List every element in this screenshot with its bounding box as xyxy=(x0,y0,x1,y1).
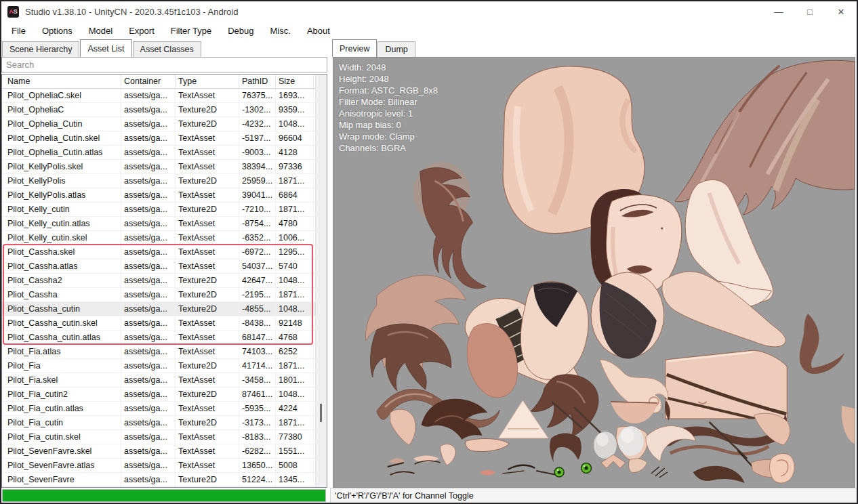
cell-size: 4224 xyxy=(276,402,314,415)
cell-path_id: 68147... xyxy=(239,331,276,344)
cell-container: assets/ga... xyxy=(121,131,176,145)
table-row[interactable]: Pliot_Casshaassets/ga...Texture2D-2195..… xyxy=(2,288,327,302)
cell-size: 1871... xyxy=(276,174,314,188)
minimize-button[interactable]: — xyxy=(763,1,794,22)
cell-type: TextAsset xyxy=(176,188,239,202)
cell-container: assets/ga... xyxy=(121,117,176,131)
cell-type: Texture2D xyxy=(176,117,239,131)
table-row[interactable]: Pliot_Cassha_cutinassets/ga...Texture2D-… xyxy=(2,302,327,316)
cell-type: TextAsset xyxy=(176,459,239,472)
table-row[interactable]: Pilot_KellyPolisassets/ga...Texture2D259… xyxy=(2,174,327,188)
asset-table: NameContainerTypePathIDSize Pilot_Opheli… xyxy=(1,74,327,488)
cell-container: assets/ga... xyxy=(121,302,176,316)
table-row[interactable]: Pilot_Fia_cutin.atlasassets/ga...TextAss… xyxy=(2,402,327,416)
menu-about[interactable]: About xyxy=(299,23,338,39)
cell-size: 96604 xyxy=(276,131,314,145)
table-row[interactable]: Pilot_KellyPolis.atlasassets/ga...TextAs… xyxy=(2,188,327,203)
table-row[interactable]: Pilot_SevenFavre.atlasassets/ga...TextAs… xyxy=(2,459,327,473)
cell-type: TextAsset xyxy=(176,131,239,145)
cell-type: Texture2D xyxy=(176,416,239,429)
cell-container: assets/ga... xyxy=(121,174,176,188)
app-logo-icon: AS xyxy=(7,6,19,18)
menu-options[interactable]: Options xyxy=(34,23,81,39)
cell-type: TextAsset xyxy=(176,146,239,159)
app-logo-letter-s: S xyxy=(14,8,18,15)
table-row[interactable]: Pilot_Fia_cutin.skelassets/ga...TextAsse… xyxy=(2,430,327,444)
cell-path_id: -5935... xyxy=(239,402,276,415)
table-row[interactable]: Pilot_Fia.skelassets/ga...TextAsset-3458… xyxy=(2,373,327,387)
table-row[interactable]: Pliot_Cassha2assets/ga...Texture2D42647.… xyxy=(2,274,327,288)
cell-name: Pilot_Ophelia_Cutin.skel xyxy=(2,131,121,145)
cell-size: 1006... xyxy=(276,231,314,245)
title-bar[interactable]: AS Studio v1.38.10 - UnityCN - 2020.3.45… xyxy=(1,1,857,22)
menu-filter-type[interactable]: Filter Type xyxy=(163,23,220,39)
column-header-container[interactable]: Container xyxy=(121,75,176,88)
table-row[interactable]: Pilot_Fia_cutinassets/ga...Texture2D-317… xyxy=(2,416,327,430)
column-header-size[interactable]: Size xyxy=(276,75,314,88)
texture-preview-canvas[interactable]: Width: 2048Height: 2048Format: ASTC_RGB_… xyxy=(333,57,855,488)
tab-asset-classes[interactable]: Asset Classes xyxy=(133,41,201,57)
cell-type: Texture2D xyxy=(176,473,239,486)
menu-debug[interactable]: Debug xyxy=(220,23,262,39)
table-row[interactable]: Pilot_Fiaassets/ga...Texture2D41714...18… xyxy=(2,359,327,373)
menu-export[interactable]: Export xyxy=(121,23,163,39)
left-tab-strip: Scene HierarchyAsset ListAsset Classes xyxy=(1,39,327,57)
cell-type: Texture2D xyxy=(176,203,239,216)
table-row[interactable]: Pilot_OpheliaC.skelassets/ga...TextAsset… xyxy=(2,89,327,103)
column-header-pathid[interactable]: PathID xyxy=(239,75,276,88)
table-row[interactable]: Pliot_Cassha.skelassets/ga...TextAsset-6… xyxy=(2,245,327,259)
tab-scene-hierarchy[interactable]: Scene Hierarchy xyxy=(2,41,79,57)
texture-info-line: Filter Mode: Bilinear xyxy=(339,96,438,108)
app-window: AS Studio v1.38.10 - UnityCN - 2020.3.45… xyxy=(1,1,857,503)
cell-type: TextAsset xyxy=(176,231,239,245)
cell-path_id: -2195... xyxy=(239,288,276,301)
table-row[interactable]: Pilot_SevenFavreassets/ga...Texture2D512… xyxy=(2,473,327,487)
cell-name: Pliot_Cassha_cutin.skel xyxy=(2,316,121,330)
table-row[interactable]: Pilot_Kelly_cutin.skelassets/ga...TextAs… xyxy=(2,231,327,245)
tab-preview[interactable]: Preview xyxy=(332,39,377,57)
table-row[interactable]: Pilot_SevenFavre.skelassets/ga...TextAss… xyxy=(2,444,327,459)
table-row[interactable]: Pilot_KellyPolis.skelassets/ga...TextAss… xyxy=(2,160,327,174)
table-row[interactable]: Pilot_Fia_cutin2assets/ga...Texture2D874… xyxy=(2,387,327,402)
cell-path_id: -7210... xyxy=(239,203,276,216)
close-button[interactable]: ✕ xyxy=(825,1,857,22)
table-row[interactable]: Pilot_Kelly_cutin.atlasassets/ga...TextA… xyxy=(2,217,327,231)
cell-name: Pilot_Fia_cutin2 xyxy=(2,387,121,401)
table-row[interactable]: Pilot_Ophelia_Cutinassets/ga...Texture2D… xyxy=(2,117,327,131)
cell-container: assets/ga... xyxy=(121,316,176,330)
search-input[interactable] xyxy=(1,57,327,72)
menu-file[interactable]: File xyxy=(3,23,34,39)
tab-asset-list[interactable]: Asset List xyxy=(80,39,131,57)
texture-info-line: Format: ASTC_RGB_8x8 xyxy=(339,85,438,96)
table-scrollbar-thumb[interactable] xyxy=(320,404,322,422)
table-row[interactable]: Pilot_Fia.atlasassets/ga...TextAsset7410… xyxy=(2,345,327,359)
table-row[interactable]: Pliot_Cassha_cutin.atlasassets/ga...Text… xyxy=(2,331,327,345)
tab-dump[interactable]: Dump xyxy=(377,41,415,57)
cell-size: 1871... xyxy=(276,203,314,216)
cell-type: TextAsset xyxy=(176,245,239,259)
table-row[interactable]: Pilot_OpheliaCassets/ga...Texture2D-1302… xyxy=(2,103,327,117)
maximize-button[interactable]: □ xyxy=(794,1,825,22)
menu-misc[interactable]: Misc. xyxy=(262,23,299,39)
cell-container: assets/ga... xyxy=(121,473,176,486)
column-header-type[interactable]: Type xyxy=(176,75,239,88)
cell-container: assets/ga... xyxy=(121,245,176,259)
status-bar: 'Ctrl'+'R'/'G'/'B'/'A' for Channel Toggl… xyxy=(330,488,857,503)
table-row[interactable]: Pilot_Ophelia_Cutin.skelassets/ga...Text… xyxy=(2,131,327,146)
table-row[interactable]: Pliot_Cassha.atlasassets/ga...TextAsset5… xyxy=(2,259,327,274)
cell-name: Pliot_Cassha xyxy=(2,288,121,301)
cell-name: Pilot_Kelly_cutin.atlas xyxy=(2,217,121,230)
cell-type: Texture2D xyxy=(176,174,239,188)
column-header-name[interactable]: Name xyxy=(2,75,121,88)
menu-bar: FileOptionsModelExportFilter TypeDebugMi… xyxy=(1,22,857,39)
table-row[interactable]: Pliot_Cassha_cutin.skelassets/ga...TextA… xyxy=(2,316,327,331)
cell-type: TextAsset xyxy=(176,430,239,444)
cell-type: Texture2D xyxy=(176,359,239,373)
table-row[interactable]: Pilot_Ophelia_Cutin.atlasassets/ga...Tex… xyxy=(2,146,327,160)
table-row[interactable]: Pilot_Kelly_cutinassets/ga...Texture2D-7… xyxy=(2,203,327,217)
cell-container: assets/ga... xyxy=(121,345,176,358)
cell-path_id: -5197... xyxy=(239,131,276,145)
cell-name: Pilot_Kelly_cutin.skel xyxy=(2,231,121,245)
table-scrollbar[interactable] xyxy=(315,75,327,487)
menu-model[interactable]: Model xyxy=(81,23,121,39)
